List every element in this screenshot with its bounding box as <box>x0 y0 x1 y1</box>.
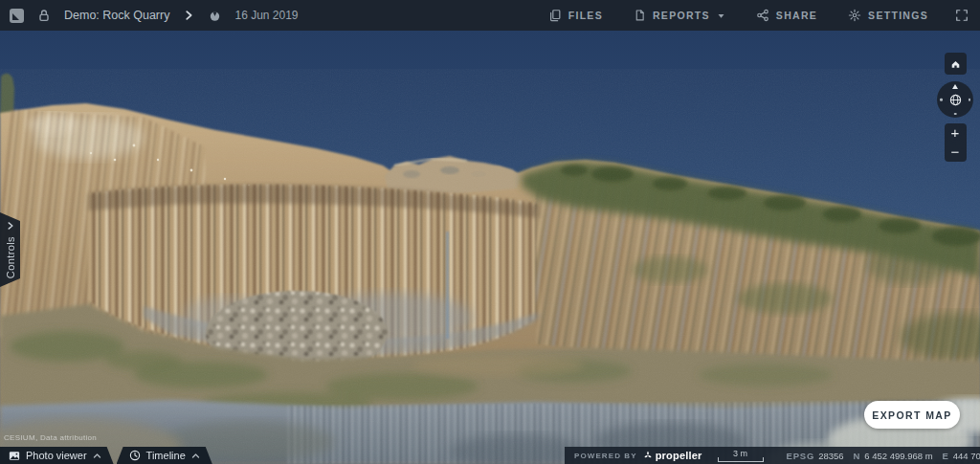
map-scale-bar: 3 m <box>718 450 764 462</box>
status-bar: POWERED BY propeller 3 m EPSG 28356 N 6 … <box>565 447 980 464</box>
chevron-up-icon <box>93 453 101 459</box>
clock-icon <box>129 450 141 461</box>
files-label: FILES <box>568 10 603 21</box>
controls-tab-label: Controls <box>5 236 16 278</box>
compass-north-icon <box>952 84 958 89</box>
propeller-viewer-app: Demo: Rock Quarry 16 Jun 2019 FILES <box>0 0 980 464</box>
share-icon <box>756 9 769 22</box>
lock-icon <box>36 8 52 23</box>
share-button[interactable]: SHARE <box>754 5 819 26</box>
compass-west-dot <box>940 99 943 101</box>
photo-viewer-tab[interactable]: Photo viewer <box>0 447 114 464</box>
share-label: SHARE <box>776 10 817 21</box>
map-tools: + − <box>937 53 973 162</box>
epsg-readout: EPSG 28356 <box>787 451 844 461</box>
timeline-tab[interactable]: Timeline <box>117 447 212 464</box>
scale-line <box>718 457 764 462</box>
bottom-tabs: Photo viewer Timeline <box>0 447 212 464</box>
easting-value: 444 702.983 m <box>953 451 980 461</box>
files-button[interactable]: FILES <box>546 5 605 26</box>
easting-readout: E 444 702.983 m <box>943 451 980 461</box>
epsg-label: EPSG <box>787 451 815 461</box>
texture-noise <box>0 69 980 464</box>
powered-by-label: POWERED BY <box>574 452 637 460</box>
compass-control[interactable] <box>937 81 973 118</box>
reports-button[interactable]: REPORTS <box>632 5 727 26</box>
epsg-value: 28356 <box>818 451 843 461</box>
chevron-expand-icon <box>6 221 15 231</box>
zoom-in-button[interactable]: + <box>945 123 967 143</box>
propeller-mark-icon <box>643 451 653 460</box>
propeller-logo-icon[interactable] <box>10 9 24 23</box>
chevron-right-icon <box>182 9 195 22</box>
globe-icon <box>947 92 964 108</box>
propeller-brand[interactable]: propeller <box>643 450 702 461</box>
northing-value: 6 452 499.968 m <box>864 451 932 461</box>
home-icon <box>950 57 961 71</box>
home-view-button[interactable] <box>945 53 967 75</box>
files-icon <box>548 9 562 22</box>
controls-panel-tab[interactable]: Controls <box>0 212 20 287</box>
site-title: Demo: Rock Quarry <box>64 9 169 22</box>
settings-gear-icon <box>848 9 861 22</box>
chevron-up-icon <box>191 453 200 459</box>
survey-dataset-icon <box>208 9 222 23</box>
compass-east-dot <box>969 99 971 101</box>
fullscreen-icon <box>955 9 969 22</box>
zoom-panel: + − <box>945 123 967 162</box>
photo-icon <box>9 451 20 461</box>
survey-date[interactable]: 16 Jun 2019 <box>234 9 298 22</box>
compass-south-dot <box>954 113 957 116</box>
northing-readout: N 6 452 499.968 m <box>854 451 933 461</box>
settings-button[interactable]: SETTINGS <box>846 5 930 26</box>
easting-label: E <box>943 451 949 461</box>
reports-icon <box>634 9 646 22</box>
propeller-brand-label: propeller <box>656 450 702 461</box>
map-attribution[interactable]: CESIUM, Data attribution <box>4 433 97 442</box>
northing-label: N <box>854 451 861 461</box>
caret-down-icon <box>717 11 725 20</box>
scale-label: 3 m <box>733 450 747 457</box>
photo-viewer-label: Photo viewer <box>26 450 87 461</box>
terrain-viewport[interactable] <box>0 31 980 464</box>
reports-label: REPORTS <box>653 10 710 21</box>
settings-label: SETTINGS <box>868 10 928 21</box>
timeline-label: Timeline <box>146 450 186 461</box>
zoom-out-button[interactable]: − <box>945 143 967 162</box>
export-map-button[interactable]: EXPORT MAP <box>864 401 960 429</box>
top-bar: Demo: Rock Quarry 16 Jun 2019 FILES <box>0 0 980 31</box>
fullscreen-button[interactable] <box>953 5 970 26</box>
